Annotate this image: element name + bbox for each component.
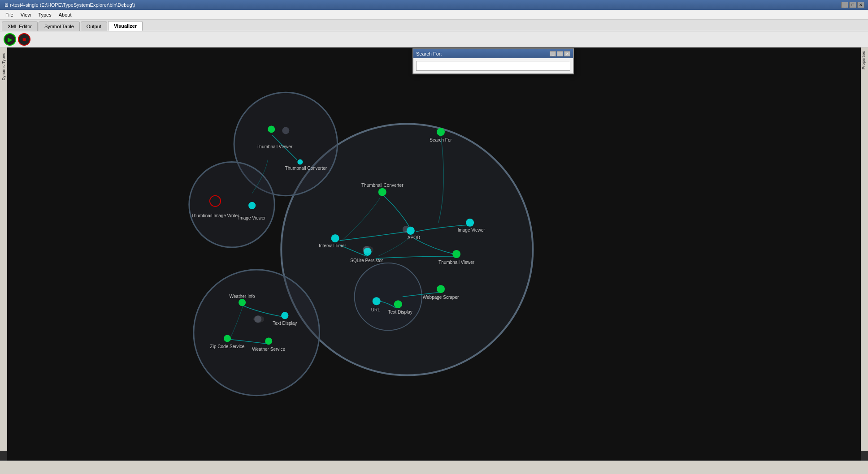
search-input[interactable]	[416, 61, 570, 71]
node-thumbnail-viewer-small[interactable]	[268, 125, 275, 133]
node-image-viewer-large[interactable]	[466, 219, 474, 227]
dialog-maximize-button[interactable]: □	[557, 51, 563, 56]
url-text-subcluster-ring	[355, 263, 422, 330]
node-weather-info[interactable]	[239, 299, 246, 306]
menu-types[interactable]: Types	[35, 11, 55, 18]
window-icon: 🖥	[4, 2, 9, 8]
node-search-for[interactable]	[437, 128, 445, 136]
canvas-area[interactable]: Search For Thumbnail Viewer Thumbnail Co…	[7, 47, 861, 461]
node-webpage-scraper[interactable]	[437, 285, 445, 293]
menu-view[interactable]: View	[17, 11, 35, 18]
svg-point-0	[282, 127, 289, 134]
tab-bar: XML Editor Symbol Table Output Visualize…	[0, 20, 868, 31]
maximize-button[interactable]: □	[849, 2, 856, 8]
dialog-minimize-button[interactable]: _	[550, 51, 556, 56]
node-thumbnail-converter-small[interactable]	[297, 159, 303, 165]
dialog-title-buttons: _ □ ✕	[550, 51, 570, 56]
node-thumbnail-viewer-large[interactable]	[452, 250, 460, 258]
node-apod[interactable]	[407, 227, 415, 235]
close-button[interactable]: ✕	[857, 2, 864, 8]
tab-xml-editor[interactable]: XML Editor	[2, 22, 38, 31]
tab-visualizer[interactable]: Visualizer	[108, 21, 143, 31]
window-title: r-test4-single (E:\HOPE\TypeSystemExplor…	[10, 2, 135, 8]
dialog-title-bar[interactable]: Search For: _ □ ✕	[413, 49, 573, 58]
dialog-close-button[interactable]: ✕	[564, 51, 570, 56]
menu-file[interactable]: File	[2, 11, 17, 18]
node-zip-code-service[interactable]	[224, 335, 231, 342]
toolbar: ▶ ■	[0, 31, 868, 47]
tab-symbol-table[interactable]: Symbol Table	[39, 22, 80, 31]
dialog-title: Search For:	[416, 51, 442, 56]
menu-bar: File View Types About	[0, 10, 868, 20]
dialog-body	[413, 58, 573, 73]
title-bar: 🖥 r-test4-single (E:\HOPE\TypeSystemExpl…	[0, 0, 868, 10]
title-bar-buttons: _ □ ✕	[841, 2, 864, 8]
stop-button[interactable]: ■	[18, 33, 30, 46]
node-interval-timer[interactable]	[331, 234, 339, 242]
weather-cluster-ring	[194, 270, 320, 396]
side-left-label: Dynamic Types	[1, 53, 6, 80]
image-cluster-ring	[189, 162, 274, 247]
node-thumbnail-converter-large[interactable]	[378, 188, 386, 196]
search-dialog: Search For: _ □ ✕	[412, 48, 574, 74]
svg-point-4	[253, 315, 264, 323]
node-image-viewer-small[interactable]	[248, 202, 256, 209]
node-text-display-small[interactable]	[281, 312, 288, 319]
side-right-panel: Properties	[861, 47, 868, 451]
side-left-panel: Dynamic Types	[0, 47, 7, 451]
menu-about[interactable]: About	[55, 11, 75, 18]
node-text-display-large[interactable]	[394, 300, 402, 308]
node-url[interactable]	[373, 297, 381, 305]
visualizer-svg: Search For Thumbnail Viewer Thumbnail Co…	[7, 47, 861, 461]
status-bar	[0, 461, 868, 474]
play-button[interactable]: ▶	[4, 33, 16, 46]
tab-output[interactable]: Output	[81, 22, 107, 31]
side-right-label: Properties	[861, 51, 866, 69]
node-weather-service[interactable]	[265, 337, 272, 345]
svg-point-5	[363, 246, 373, 253]
minimize-button[interactable]: _	[841, 2, 848, 8]
